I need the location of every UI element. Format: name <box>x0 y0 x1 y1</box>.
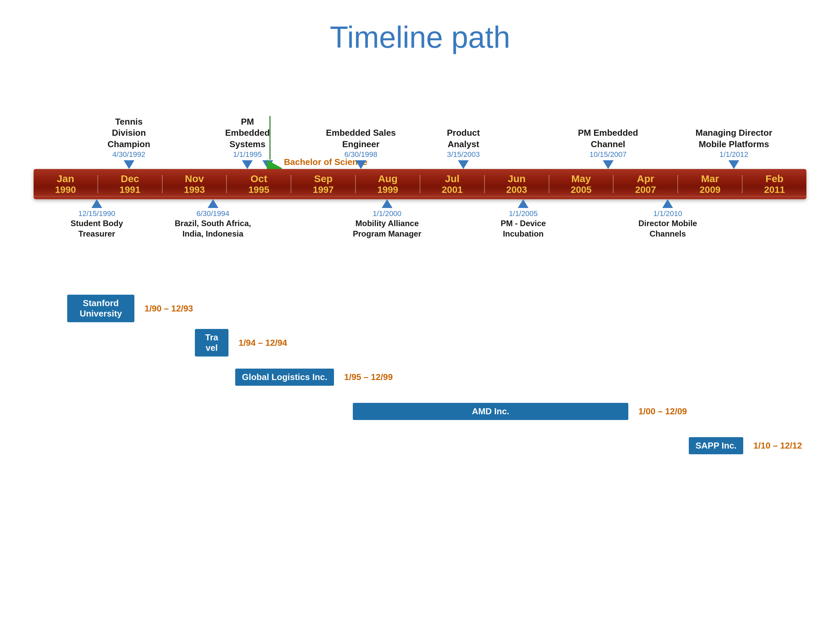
tick-sep-1997: Sep 1997 <box>291 175 356 193</box>
org-section: StanfordUniversity 1/90 – 12/93 Travel 1… <box>33 293 807 461</box>
page-title: Timeline path <box>0 0 840 68</box>
above-managing-director: Managing DirectorMobile Platforms 1/1/20… <box>696 127 772 169</box>
below-brazil: 6/30/1994 Brazil, South Africa,India, In… <box>175 199 251 239</box>
org-row-amd: AMD Inc. 1/00 – 12/09 <box>353 396 807 426</box>
org-box-stanford: StanfordUniversity <box>67 295 134 322</box>
tick-jan-1990: Jan 1990 <box>33 175 98 193</box>
org-date-travel: 1/94 – 12/94 <box>238 338 287 348</box>
org-box-global: Global Logistics Inc. <box>235 369 334 386</box>
org-row-sapp: SAPP Inc. 1/10 – 12/12 <box>689 430 807 461</box>
below-bar: 12/15/1990 Student BodyTreasurer 6/30/19… <box>33 199 807 287</box>
org-row-travel: Travel 1/94 – 12/94 <box>195 328 807 358</box>
tick-feb-2011: Feb 2011 <box>742 175 807 193</box>
org-box-travel: Travel <box>195 329 229 357</box>
tick-aug-1999: Aug 1999 <box>356 175 420 193</box>
above-product-analyst: ProductAnalyst 3/15/2003 <box>447 127 480 169</box>
tick-mar-2009: Mar 2009 <box>678 175 742 193</box>
below-pm-device: 1/1/2005 PM - DeviceIncubation <box>501 199 546 239</box>
below-director-mobile: 1/1/2010 Director MobileChannels <box>638 199 697 239</box>
above-embedded-sales: Embedded SalesEngineer 6/30/1998 <box>326 127 396 169</box>
tick-apr-2007: Apr 2007 <box>614 175 678 193</box>
org-box-amd: AMD Inc. <box>353 403 628 420</box>
below-mobility: 1/1/2000 Mobility AllianceProgram Manage… <box>353 199 422 239</box>
org-date-sapp: 1/10 – 12/12 <box>753 441 802 451</box>
above-pm-embedded: PMEmbeddedSystems 1/1/1995 <box>225 116 270 169</box>
timeline-container: Bachelor of Science(Mathematics) 12/31/1… <box>33 68 807 461</box>
above-tennis: TennisDivisionChampion 4/30/1992 <box>107 116 150 169</box>
tick-jul-2001: Jul 2001 <box>420 175 485 193</box>
org-row-global: Global Logistics Inc. 1/95 – 12/99 <box>235 362 807 392</box>
org-date-amd: 1/00 – 12/09 <box>638 406 687 417</box>
tick-may-2005: May 2005 <box>549 175 614 193</box>
timeline-bar: Jan 1990 Dec 1991 Nov 1993 Oct 1995 Sep … <box>33 169 807 199</box>
below-student-treasurer: 12/15/1990 Student BodyTreasurer <box>71 199 123 239</box>
org-date-stanford: 1/90 – 12/93 <box>144 303 193 314</box>
above-bar: Bachelor of Science(Mathematics) 12/31/1… <box>33 68 807 169</box>
tick-nov-1993: Nov 1993 <box>163 175 227 193</box>
tick-dec-1991: Dec 1991 <box>98 175 163 193</box>
above-pm-embedded-channel: PM EmbeddedChannel 10/15/2007 <box>578 127 638 169</box>
org-date-global: 1/95 – 12/99 <box>344 372 393 382</box>
tick-oct-1995: Oct 1995 <box>227 175 291 193</box>
org-box-sapp: SAPP Inc. <box>689 437 743 454</box>
org-row-stanford: StanfordUniversity 1/90 – 12/93 <box>67 293 807 324</box>
tick-jun-2003: Jun 2003 <box>485 175 549 193</box>
flag-bs-degree: Bachelor of Science(Mathematics) 12/31/1… <box>262 159 329 169</box>
